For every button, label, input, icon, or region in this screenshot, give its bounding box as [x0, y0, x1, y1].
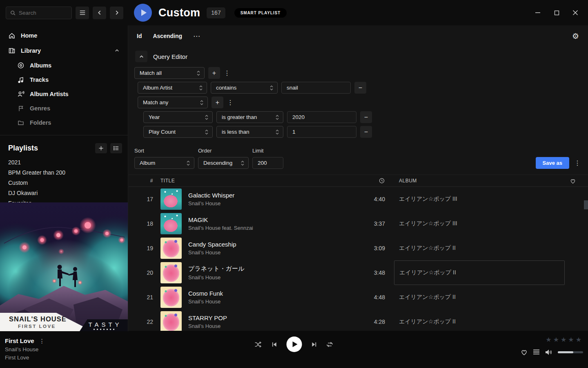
- track-title[interactable]: Galactic Whisper: [188, 192, 234, 199]
- table-row[interactable]: 20プラネット・ガールSnail’s House3:48エイリアン☆ポップ II: [129, 260, 588, 285]
- maximize-button[interactable]: [553, 9, 560, 16]
- favorite-button[interactable]: [520, 348, 528, 356]
- header-album[interactable]: ALBUM: [394, 178, 565, 184]
- album-art-thumbnail[interactable]: [160, 262, 182, 283]
- table-row[interactable]: 21Cosmo FunkSnail’s House4:48エイリアン☆ポップ I…: [129, 285, 588, 310]
- star-icon[interactable]: ★: [553, 336, 559, 343]
- track-title[interactable]: Cosmo Funk: [188, 290, 223, 297]
- album-art-thumbnail[interactable]: [160, 287, 182, 308]
- table-row[interactable]: 17Galactic WhisperSnail’s House4:40エイリアン…: [129, 187, 588, 211]
- album-art-thumbnail[interactable]: [160, 311, 182, 331]
- sidebar-item-folders[interactable]: Folders: [0, 115, 128, 130]
- previous-button[interactable]: [272, 341, 278, 348]
- repeat-button[interactable]: [326, 341, 334, 348]
- album-art-thumbnail[interactable]: [160, 213, 182, 234]
- track-title[interactable]: STARRY POP: [188, 314, 227, 321]
- track-album[interactable]: エイリアン☆ポップ II: [394, 236, 565, 260]
- sort-field-button[interactable]: Id: [137, 33, 142, 39]
- order-select[interactable]: Descending: [198, 157, 249, 169]
- track-artist[interactable]: Snail’s House: [188, 249, 236, 256]
- star-icon[interactable]: ★: [568, 336, 574, 343]
- rule-group-kebab[interactable]: ⋮: [224, 69, 230, 77]
- star-icon[interactable]: ★: [561, 336, 567, 343]
- sidebar-item-genres[interactable]: Genres: [0, 101, 128, 115]
- rule-field-select[interactable]: Album Artist: [138, 82, 207, 94]
- album-art-thumbnail[interactable]: [160, 188, 182, 210]
- now-playing-artwork[interactable]: SNAIL'S HOUSE FIRST LOVE TASTY: [0, 202, 128, 331]
- track-title[interactable]: プラネット・ガール: [188, 265, 244, 273]
- scrollbar-thumb[interactable]: [584, 200, 588, 209]
- remove-rule-button[interactable]: −: [360, 111, 372, 123]
- header-duration[interactable]: [357, 177, 385, 184]
- search-box[interactable]: [6, 7, 72, 19]
- table-row[interactable]: 18MAGIKSnail’s House feat. Sennzai3:37エイ…: [129, 211, 588, 236]
- settings-gear-icon[interactable]: ⚙: [572, 32, 579, 40]
- match-type-select[interactable]: Match any: [138, 96, 208, 108]
- shuffle-button[interactable]: [255, 341, 263, 348]
- now-playing-artist[interactable]: Snail’s House: [5, 346, 45, 352]
- sort-direction-button[interactable]: Ascending: [153, 33, 182, 39]
- sidebar-item-tracks[interactable]: Tracks: [0, 72, 128, 87]
- table-row[interactable]: 19Candy SpaceshipSnail’s House3:09エイリアン☆…: [129, 236, 588, 260]
- rule-group-kebab[interactable]: ⋮: [227, 99, 234, 106]
- track-album[interactable]: エイリアン☆ポップ III: [394, 211, 565, 236]
- track-album[interactable]: エイリアン☆ポップ II: [394, 310, 565, 331]
- match-type-select[interactable]: Match all: [134, 67, 205, 79]
- rule-field-select[interactable]: Play Count: [143, 126, 213, 138]
- collapse-query-editor-button[interactable]: [135, 51, 147, 62]
- rule-value-input[interactable]: [287, 126, 356, 138]
- add-rule-button[interactable]: +: [208, 67, 220, 79]
- track-title[interactable]: MAGIK: [188, 216, 253, 223]
- playlist-item[interactable]: BPM Greater than 200: [0, 167, 128, 177]
- sort-select[interactable]: Album: [134, 157, 194, 169]
- rule-operator-select[interactable]: contains: [211, 82, 278, 94]
- table-row[interactable]: 22STARRY POPSnail’s House4:28エイリアン☆ポップ I…: [129, 310, 588, 331]
- playlist-list-view-button[interactable]: [110, 143, 122, 153]
- track-album[interactable]: エイリアン☆ポップ III: [394, 187, 565, 211]
- rule-operator-select[interactable]: is greater than: [216, 111, 283, 123]
- more-options-button[interactable]: ⋯: [193, 32, 200, 40]
- sidebar-item-library[interactable]: Library: [0, 43, 128, 58]
- search-input[interactable]: [19, 10, 68, 16]
- forward-button[interactable]: [110, 7, 123, 19]
- minimize-button[interactable]: [535, 9, 541, 16]
- track-artist[interactable]: Snail’s House feat. Sennzai: [188, 225, 253, 231]
- add-rule-button[interactable]: +: [212, 96, 223, 108]
- now-playing-title[interactable]: First Love: [5, 337, 34, 344]
- rule-field-select[interactable]: Year: [143, 111, 213, 123]
- track-artist[interactable]: Snail’s House: [188, 323, 227, 329]
- remove-rule-button[interactable]: −: [360, 126, 372, 138]
- back-button[interactable]: [93, 7, 106, 19]
- header-number[interactable]: #: [129, 178, 153, 184]
- star-icon[interactable]: ★: [576, 336, 582, 343]
- sidebar-item-albums[interactable]: Albums: [0, 58, 128, 72]
- track-artist[interactable]: Snail’s House: [188, 274, 244, 280]
- close-button[interactable]: [572, 9, 579, 16]
- now-playing-album[interactable]: First Love: [5, 355, 45, 361]
- play-playlist-button[interactable]: [134, 4, 152, 22]
- save-options-kebab[interactable]: ⋮: [574, 157, 581, 169]
- volume-slider[interactable]: [558, 351, 583, 353]
- now-playing-kebab[interactable]: ⋮: [39, 338, 45, 344]
- album-art-thumbnail[interactable]: [160, 238, 182, 259]
- playlist-item[interactable]: DJ Okawari: [0, 188, 128, 198]
- track-artist[interactable]: Snail’s House: [188, 298, 223, 305]
- header-title[interactable]: TITLE: [153, 178, 357, 184]
- menu-button[interactable]: [76, 7, 89, 19]
- playlist-item[interactable]: 2021: [0, 157, 128, 167]
- star-icon[interactable]: ★: [546, 336, 552, 343]
- header-favorite[interactable]: [565, 178, 588, 184]
- rule-operator-select[interactable]: is less than: [216, 126, 283, 138]
- add-playlist-button[interactable]: [95, 143, 107, 153]
- sidebar-item-home[interactable]: Home: [0, 28, 128, 43]
- next-button[interactable]: [311, 341, 317, 348]
- queue-button[interactable]: [533, 349, 540, 355]
- track-artist[interactable]: Snail’s House: [188, 200, 234, 206]
- rule-value-input[interactable]: [281, 82, 351, 94]
- sidebar-item-album-artists[interactable]: Album Artists: [0, 87, 128, 101]
- play-pause-button[interactable]: [287, 337, 302, 352]
- track-title[interactable]: Candy Spaceship: [188, 241, 236, 248]
- rule-value-input[interactable]: [287, 111, 356, 123]
- chevron-up-icon[interactable]: [114, 48, 120, 53]
- playlist-item[interactable]: Custom: [0, 177, 128, 188]
